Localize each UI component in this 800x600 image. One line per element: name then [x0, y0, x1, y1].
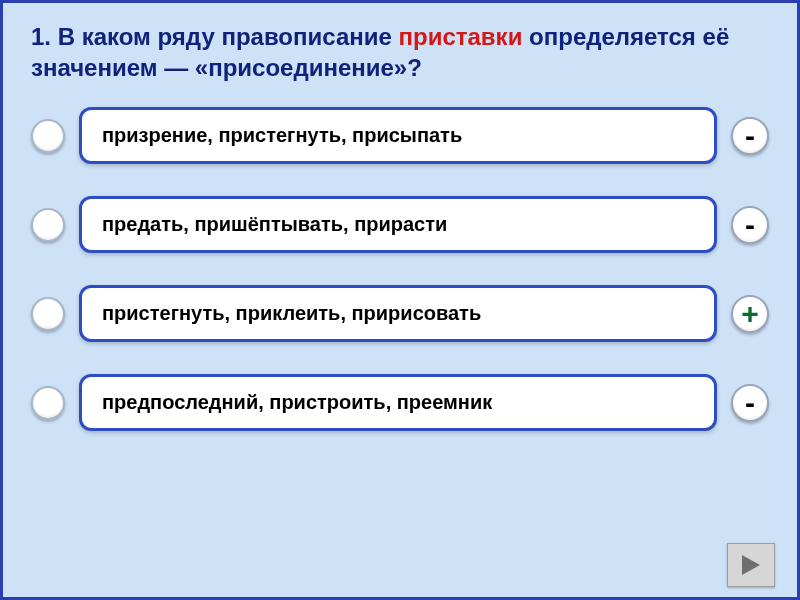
option-row: призрение, пристегнуть, присыпать -	[31, 107, 769, 164]
result-mark: -	[731, 117, 769, 155]
options-list: призрение, пристегнуть, присыпать - пред…	[31, 107, 769, 431]
mark-symbol: +	[741, 299, 759, 329]
play-icon	[740, 553, 762, 577]
mark-symbol: -	[745, 210, 755, 240]
answer-text: предпоследний, пристроить, преемник	[102, 391, 492, 413]
answer-box[interactable]: предпоследний, пристроить, преемник	[79, 374, 717, 431]
answer-text: предать, пришёптывать, прирасти	[102, 213, 447, 235]
result-mark: +	[731, 295, 769, 333]
answer-box[interactable]: призрение, пристегнуть, присыпать	[79, 107, 717, 164]
question-prefix: 1. В каком ряду правописание	[31, 23, 399, 50]
answer-box[interactable]: предать, пришёптывать, прирасти	[79, 196, 717, 253]
radio-button[interactable]	[31, 119, 65, 153]
mark-symbol: -	[745, 388, 755, 418]
mark-symbol: -	[745, 121, 755, 151]
result-mark: -	[731, 384, 769, 422]
svg-marker-0	[742, 555, 760, 575]
option-row: предать, пришёптывать, прирасти -	[31, 196, 769, 253]
result-mark: -	[731, 206, 769, 244]
radio-button[interactable]	[31, 297, 65, 331]
quiz-slide: 1. В каком ряду правописание приставки о…	[0, 0, 800, 600]
answer-text: пристегнуть, приклеить, пририсовать	[102, 302, 481, 324]
question-text: 1. В каком ряду правописание приставки о…	[31, 21, 769, 83]
answer-text: призрение, пристегнуть, присыпать	[102, 124, 462, 146]
radio-button[interactable]	[31, 208, 65, 242]
radio-button[interactable]	[31, 386, 65, 420]
option-row: предпоследний, пристроить, преемник -	[31, 374, 769, 431]
answer-box[interactable]: пристегнуть, приклеить, пририсовать	[79, 285, 717, 342]
option-row: пристегнуть, приклеить, пририсовать +	[31, 285, 769, 342]
next-button[interactable]	[727, 543, 775, 587]
question-highlight: приставки	[399, 23, 523, 50]
